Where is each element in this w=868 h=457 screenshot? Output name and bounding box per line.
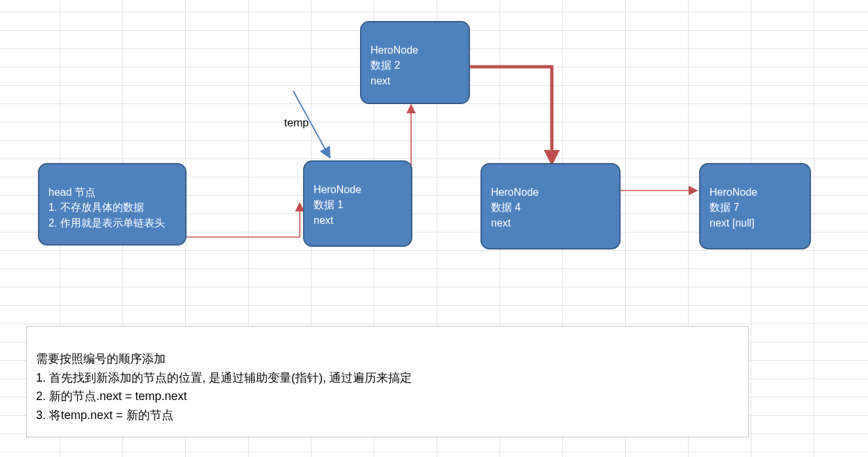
explanation-box: 需要按照编号的顺序添加 1. 首先找到新添加的节点的位置, 是通过辅助变量(指针… (26, 326, 749, 437)
node-n4: HeroNode 数据 4 next (480, 163, 621, 249)
node-n1-text: HeroNode 数据 1 next (314, 184, 361, 225)
node-n1: HeroNode 数据 1 next (303, 160, 412, 247)
node-head: head 节点 1. 不存放具体的数据 2. 作用就是表示单链表头 (38, 163, 187, 246)
node-head-text: head 节点 1. 不存放具体的数据 2. 作用就是表示单链表头 (48, 187, 165, 228)
node-n2-text: HeroNode 数据 2 next (371, 45, 418, 86)
node-n7-text: HeroNode 数据 7 next [null] (710, 187, 757, 228)
temp-label-text: temp (284, 117, 309, 129)
node-n4-text: HeroNode 数据 4 next (491, 187, 539, 228)
node-n7: HeroNode 数据 7 next [null] (699, 163, 811, 249)
node-n2: HeroNode 数据 2 next (360, 21, 470, 104)
explanation-text: 需要按照编号的顺序添加 1. 首先找到新添加的节点的位置, 是通过辅助变量(指针… (36, 352, 412, 422)
temp-label: temp (284, 117, 309, 130)
